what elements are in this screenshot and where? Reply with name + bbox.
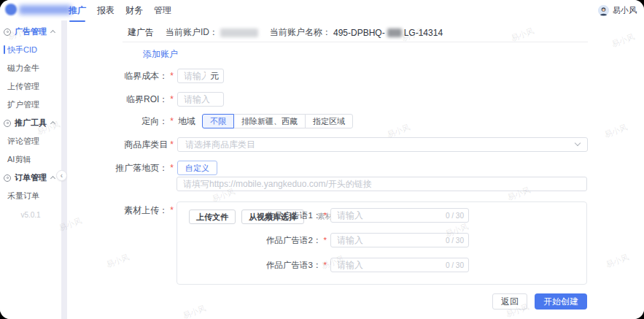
sidebar-item-cili-jinniu[interactable]: 磁力金牛 — [0, 59, 61, 77]
account-id-redacted — [220, 28, 258, 37]
required-asterisk: * — [324, 261, 327, 269]
sidebar-item-kuaishou-cid[interactable]: 快手CID — [0, 41, 61, 59]
region-option-unlimited[interactable]: 不限 — [202, 114, 234, 128]
slogan-3-label: 作品广告语3： — [266, 261, 321, 269]
sidebar-section-order-management[interactable]: 订单管理 — [0, 169, 61, 187]
tab-promotion[interactable]: 推广 — [67, 4, 88, 17]
chevron-up-icon — [50, 176, 55, 181]
sidebar-item-ai-editing[interactable]: AI剪辑 — [0, 150, 61, 169]
landing-url-input[interactable] — [176, 177, 587, 191]
required-asterisk: * — [170, 116, 174, 126]
category-select[interactable]: 请选择商品库类目 — [177, 137, 588, 152]
top-nav: 推广 报表 财务 管理 — [67, 0, 173, 20]
category-label: 商品库类目 — [124, 139, 168, 150]
slogan-row-1: 作品广告语1：* 0 / 30 — [177, 208, 469, 223]
footer-actions: 返回 开始创建 — [492, 293, 587, 310]
landing-page-label: 推广落地页： — [115, 163, 168, 173]
region-segmented-control: 不限 排除新疆、西藏 指定区域 — [202, 114, 353, 128]
critical-roi-input[interactable] — [177, 92, 224, 107]
chevron-up-icon — [50, 121, 55, 126]
sidebar-item-heliang-orders[interactable]: 禾量订单 — [0, 187, 61, 205]
material-upload-label-row: 素材上传：* — [67, 204, 174, 217]
required-asterisk: * — [170, 71, 174, 81]
critical-roi-row: 临界ROI：* — [67, 92, 224, 107]
required-asterisk: * — [170, 205, 174, 215]
current-account-id: 当前账户ID： — [166, 26, 258, 39]
targeting-label: 定向： — [141, 116, 168, 126]
header-divider — [123, 42, 588, 42]
sidebar-item-account-expansion[interactable]: 扩户管理 — [0, 96, 61, 114]
sidebar-collapse-button[interactable]: ‹ — [56, 170, 67, 181]
sidebar: 广告管理 快手CID 磁力金牛 上传管理 扩户管理 推广工具 评论管理 AI剪辑… — [0, 20, 61, 319]
required-asterisk: * — [170, 163, 174, 173]
main-content: 建广告 当前账户ID： 当前账户名称： 495-DPBHQ- LG-14314 … — [67, 20, 644, 319]
landing-url-row — [176, 177, 587, 191]
required-asterisk: * — [170, 139, 174, 150]
critical-cost-row: 临界成本：* 元 — [67, 69, 224, 83]
logo-text-redacted — [19, 5, 71, 15]
sidebar-section-ad-management[interactable]: 广告管理 — [0, 23, 61, 41]
slogan-row-3: 作品广告语3：* 0 / 30 — [177, 258, 469, 272]
tab-finance[interactable]: 财务 — [124, 4, 144, 17]
order-management-icon — [4, 174, 11, 182]
add-account-link[interactable]: 添加账户 — [143, 48, 178, 61]
user-name: 易小风 — [613, 5, 637, 16]
material-upload-panel: 上传文件 从视频库选择 素材数量: 0 作品广告语1：* 0 / 30 作品广告… — [176, 201, 587, 285]
logo-icon — [5, 4, 17, 15]
back-button[interactable]: 返回 — [492, 293, 527, 310]
chevron-down-icon — [575, 140, 581, 146]
tab-reports[interactable]: 报表 — [96, 4, 116, 17]
custom-landing-button[interactable]: 自定义 — [177, 161, 217, 175]
slogan-1-label: 作品广告语1： — [266, 211, 321, 220]
slogan-1-input[interactable] — [330, 208, 469, 223]
category-placeholder: 请选择商品库类目 — [185, 139, 255, 151]
required-asterisk: * — [324, 236, 327, 245]
critical-roi-label: 临界ROI： — [126, 94, 168, 104]
category-row: 商品库类目* 请选择商品库类目 — [67, 137, 588, 152]
slogan-2-label: 作品广告语2： — [266, 236, 321, 245]
landing-page-row: 推广落地页：* 自定义 — [67, 161, 217, 175]
current-account-name: 当前账户名称： 495-DPBHQ- LG-14314 — [270, 26, 443, 39]
page-header: 建广告 当前账户ID： 当前账户名称： 495-DPBHQ- LG-14314 — [128, 26, 443, 39]
user-menu[interactable]: 易小风 — [598, 0, 637, 20]
avatar — [598, 5, 609, 16]
region-sublabel: 地域 — [178, 115, 195, 128]
page-title: 建广告 — [128, 26, 154, 39]
slogan-3-input[interactable] — [330, 258, 469, 272]
app-logo[interactable] — [5, 4, 71, 15]
chevron-up-icon — [50, 30, 55, 35]
material-upload-label: 素材上传： — [124, 205, 168, 215]
sidebar-section-promo-tools[interactable]: 推广工具 — [0, 114, 61, 132]
required-asterisk: * — [324, 211, 327, 220]
ad-management-icon — [4, 28, 11, 36]
slogan-row-2: 作品广告语2：* 0 / 30 — [177, 233, 469, 247]
sidebar-item-comment-management[interactable]: 评论管理 — [0, 132, 61, 150]
critical-cost-input[interactable] — [177, 69, 224, 83]
targeting-row: 定向：* 地域 不限 排除新疆、西藏 指定区域 — [67, 114, 353, 128]
version-label: v5.0.1 — [0, 211, 61, 219]
topbar: 推广 报表 财务 管理 易小风 — [0, 0, 644, 20]
slogan-2-input[interactable] — [330, 233, 469, 247]
start-create-button[interactable]: 开始创建 — [535, 293, 587, 310]
required-asterisk: * — [170, 94, 174, 104]
account-name-redacted — [387, 28, 402, 37]
app-window: 图络 推广 报表 财务 管理 易小风 广告管理 快手CID 磁力金牛 上传管理 — [0, 0, 644, 319]
region-option-exclude-xinjiang-tibet[interactable]: 排除新疆、西藏 — [233, 114, 306, 128]
region-option-specified[interactable]: 指定区域 — [305, 114, 353, 128]
tab-management[interactable]: 管理 — [152, 4, 173, 17]
sidebar-item-upload-management[interactable]: 上传管理 — [0, 77, 61, 96]
promo-tools-icon — [4, 120, 11, 127]
critical-cost-label: 临界成本： — [124, 71, 168, 81]
